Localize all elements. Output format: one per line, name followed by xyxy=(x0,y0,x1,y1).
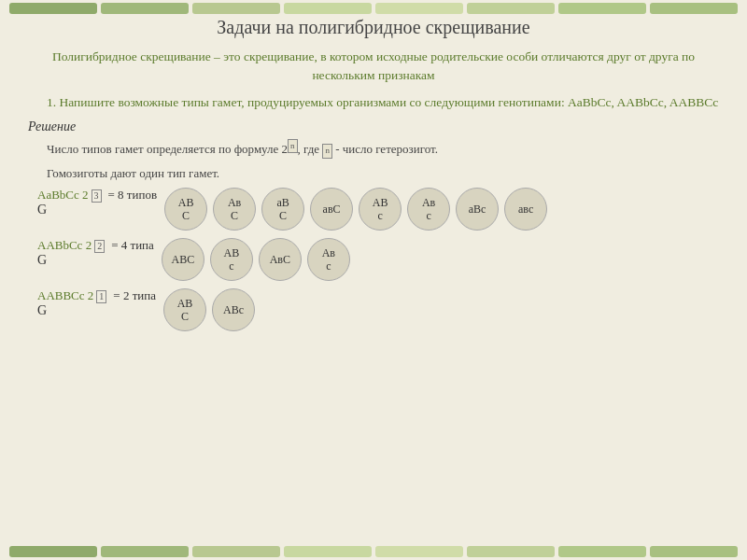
power-box-2: 2 xyxy=(94,240,105,253)
cell-2-4: Авс xyxy=(307,238,350,281)
cell-1-2: АвС xyxy=(213,188,256,231)
top-bars xyxy=(0,0,747,17)
power-box-3: 1 xyxy=(96,290,106,303)
g-label-3: G xyxy=(37,303,156,318)
cell-1-1: АВС xyxy=(164,188,207,231)
top-bar-5 xyxy=(375,3,463,14)
solution-line-2: Гомозиготы дают один тип гамет. xyxy=(47,164,719,183)
solution-line-1: Число типов гамет определяется по формул… xyxy=(47,139,719,159)
cell-2-1: АВС xyxy=(162,238,204,281)
solution-text-4: Гомозиготы дают один тип гамет. xyxy=(47,166,219,180)
intro-text: Полигибридное скрещивание – это скрещива… xyxy=(28,48,719,86)
bottom-bar-6 xyxy=(467,546,555,557)
task-list: 1. Напишите возможные типы гамет, продуц… xyxy=(47,93,719,112)
cell-1-7: аВс xyxy=(456,188,499,231)
gamete-label-line-3: AABBCc 21 = 2 типа xyxy=(37,288,156,303)
cell-1-5: АВс xyxy=(359,188,402,231)
top-bar-1 xyxy=(9,3,97,14)
cell-3-1: АВС xyxy=(163,288,206,331)
gamete-label-text-2: AABbCc 2 xyxy=(37,238,92,253)
bottom-bar-2 xyxy=(101,546,189,557)
intro-span: Полигибридное скрещивание – это скрещива… xyxy=(52,49,695,82)
g-label-2: G xyxy=(37,253,154,268)
gamete-label-wrap-1: AaBbCc 23 = 8 типов G xyxy=(37,188,157,217)
equals-text-1: = 8 типов xyxy=(108,188,158,203)
bottom-bar-5 xyxy=(375,546,463,557)
sup-n: n xyxy=(288,139,298,154)
gamete-row-3: AABBCc 21 = 2 типа G АВС АВс xyxy=(37,288,719,331)
top-bar-6 xyxy=(467,3,555,14)
top-bar-8 xyxy=(650,3,738,14)
gamete-row-2: AABbCc 22 = 4 типа G АВС АВс АвС Авс xyxy=(37,238,719,281)
task-text: Напишите возможные типы гамет, продуциру… xyxy=(60,95,719,109)
solution-text-3: - число гетерозигот. xyxy=(335,142,438,156)
equals-text-3: = 2 типа xyxy=(113,288,156,303)
top-bar-7 xyxy=(558,3,646,14)
main-content: Задачи на полигибридное скрещивание Поли… xyxy=(0,17,747,348)
solution-text-1: Число типов гамет определяется по формул… xyxy=(47,142,288,156)
bottom-bars xyxy=(0,543,747,560)
gamete-label-text-1: AaBbCc 2 xyxy=(37,188,89,203)
top-bar-3 xyxy=(192,3,280,14)
task-number: 1. xyxy=(47,95,56,109)
bottom-bar-3 xyxy=(192,546,280,557)
equals-text-2: = 4 типа xyxy=(111,238,154,253)
n-box-inline: n xyxy=(322,144,332,159)
cell-3-2: АВс xyxy=(212,288,255,331)
cell-2-3: АвС xyxy=(259,238,302,281)
gamete-label-line-2: AABbCc 22 = 4 типа xyxy=(37,238,154,253)
cells-row-3: АВС АВс xyxy=(163,288,255,331)
solution-text-2: , где xyxy=(298,142,320,156)
cell-1-3: аВС xyxy=(261,188,304,231)
cell-1-6: Авс xyxy=(407,188,450,231)
cells-row-1: АВС АвС аВС авС АВс Авс аВс авс xyxy=(164,188,547,231)
gamete-label-line-1: AaBbCc 23 = 8 типов xyxy=(37,188,157,203)
gamete-row-1: AaBbCc 23 = 8 типов G АВС АвС аВС авС АВ… xyxy=(37,188,719,231)
top-bar-4 xyxy=(284,3,372,14)
top-bar-2 xyxy=(101,3,189,14)
g-label-1: G xyxy=(37,203,157,217)
gamete-label-wrap-2: AABbCc 22 = 4 типа G xyxy=(37,238,154,268)
bottom-bar-8 xyxy=(650,546,738,557)
cell-2-2: АВс xyxy=(210,238,253,281)
gamete-label-text-3: AABBCc 2 xyxy=(37,288,93,303)
power-box-1: 3 xyxy=(92,189,102,203)
bottom-bar-1 xyxy=(9,546,97,557)
page-title: Задачи на полигибридное скрещивание xyxy=(28,17,719,38)
cells-row-2: АВС АВс АвС Авс xyxy=(162,238,350,281)
task-item-1: 1. Напишите возможные типы гамет, продуц… xyxy=(47,93,719,112)
gamete-label-wrap-3: AABBCc 21 = 2 типа G xyxy=(37,288,156,318)
bottom-bar-7 xyxy=(558,546,646,557)
bottom-bar-4 xyxy=(284,546,372,557)
cell-1-4: авС xyxy=(310,188,353,231)
section-label: Решение xyxy=(28,119,719,134)
cell-1-8: авс xyxy=(504,188,547,231)
